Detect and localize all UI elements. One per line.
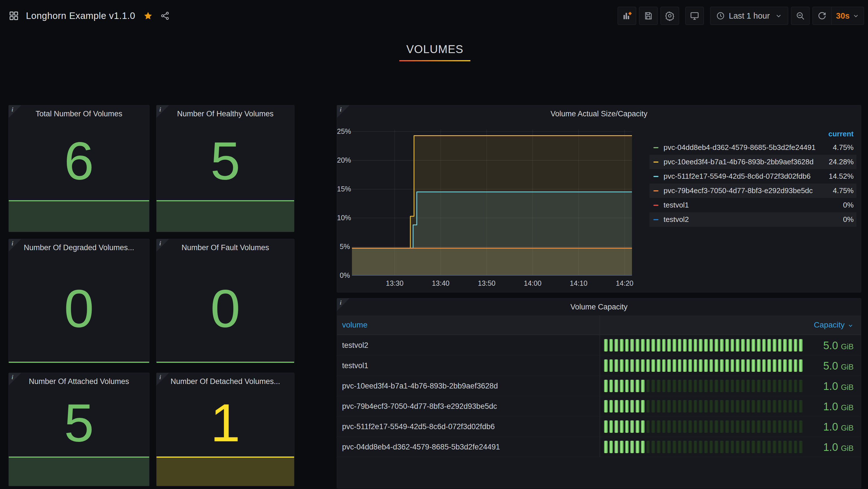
- capacity-number: 1.0: [823, 441, 838, 454]
- table-panel-volume-capacity[interactable]: i Volume Capacity volume Capacity testvo…: [337, 298, 861, 488]
- gauge-cell-lit: [720, 359, 724, 372]
- gauge-cell-dim: [704, 400, 708, 412]
- legend-series-color-dash[interactable]: [653, 162, 658, 163]
- dashboard-title[interactable]: Longhorn Example v1.1.0: [26, 10, 135, 21]
- panel-title[interactable]: Number Of Healthy Volumes: [156, 105, 294, 122]
- legend-series-color-dash[interactable]: [653, 147, 658, 148]
- panel-info-corner[interactable]: [9, 239, 21, 252]
- column-header-volume[interactable]: volume: [342, 315, 367, 335]
- time-range-picker[interactable]: Last 1 hour: [710, 7, 788, 25]
- gauge-cell-lit: [630, 339, 634, 351]
- dashboard-settings-button[interactable]: [660, 7, 679, 25]
- gauge-cell-dim: [751, 421, 755, 433]
- legend-series-row: testvol20%: [649, 212, 857, 227]
- gauge-cell-lit: [720, 339, 724, 351]
- legend-series-name[interactable]: testvol1: [663, 201, 689, 209]
- gauge-cell-lit: [610, 400, 613, 412]
- gauge-cell-dim: [699, 421, 703, 433]
- volume-name-cell: pvc-04dd8eb4-d362-4579-8685-5b3d2fe24491: [342, 437, 500, 457]
- panel-info-corner[interactable]: [156, 373, 169, 385]
- panel-title[interactable]: Number Of Degraded Volumes...: [9, 239, 149, 256]
- gauge-cell-dim: [657, 400, 660, 412]
- volume-name-cell: testvol1: [342, 355, 368, 376]
- legend-series-row: pvc-10eed3f4-b7a1-4b76-893b-2bb9aef3628d…: [649, 155, 857, 169]
- gauge-cell-dim: [757, 380, 761, 392]
- gauge-cell-dim: [688, 441, 692, 453]
- legend-series-color-dash[interactable]: [653, 219, 658, 220]
- stat-panel-fault-volumes[interactable]: i Number Of Fault Volumes 0: [156, 239, 294, 363]
- gauge-cell-lit: [641, 359, 645, 372]
- gauge-cell-lit: [767, 339, 771, 351]
- panel-info-corner[interactable]: [337, 298, 349, 311]
- cycle-view-mode-button[interactable]: [685, 7, 704, 25]
- capacity-unit: GiB: [841, 444, 854, 453]
- save-dashboard-button[interactable]: [639, 7, 658, 25]
- column-header-capacity[interactable]: Capacity: [814, 315, 854, 335]
- volume-name-cell: pvc-10eed3f4-b7a1-4b76-893b-2bb9aef3628d: [342, 376, 498, 396]
- panel-info-corner[interactable]: [9, 105, 21, 118]
- capacity-unit: GiB: [841, 363, 854, 372]
- stat-panel-attached-volumes[interactable]: i Number Of Attached Volumes 5: [8, 373, 150, 486]
- refresh-button[interactable]: [813, 7, 831, 25]
- gauge-cell-dim: [688, 380, 692, 392]
- legend-series-name[interactable]: pvc-04dd8eb4-d362-4579-8685-5b3d2fe24491: [663, 143, 815, 152]
- stat-panel-healthy-volumes[interactable]: i Number Of Healthy Volumes 5: [156, 105, 294, 232]
- gauge-cell-dim: [662, 441, 666, 453]
- legend-current-column-header[interactable]: current: [649, 127, 857, 140]
- gauge-cell-lit: [688, 339, 692, 351]
- gauge-cell-lit: [630, 441, 634, 453]
- gauge-cell-dim: [757, 400, 761, 412]
- apps-grid-icon[interactable]: [8, 10, 19, 21]
- panel-title[interactable]: Total Number Of Volumes: [9, 105, 149, 122]
- legend-series-name[interactable]: pvc-79b4ecf3-7050-4d77-8bf3-e292d93be5dc: [663, 186, 813, 195]
- favorite-star-icon[interactable]: [143, 11, 153, 21]
- gauge-cell-dim: [704, 421, 708, 433]
- gauge-cell-dim: [746, 400, 750, 412]
- stat-panel-degraded-volumes[interactable]: i Number Of Degraded Volumes... 0: [8, 239, 150, 363]
- gauge-cell-lit: [715, 359, 718, 372]
- gauge-cell-dim: [762, 421, 766, 433]
- zoom-out-time-button[interactable]: [791, 7, 810, 25]
- legend-series-color-dash[interactable]: [653, 176, 658, 177]
- panel-title[interactable]: Number Of Fault Volumes: [156, 239, 294, 256]
- panel-title[interactable]: Volume Capacity: [337, 298, 861, 315]
- capacity-lcd-gauge: [604, 400, 803, 412]
- gauge-cell-dim: [762, 380, 766, 392]
- add-panel-button[interactable]: [618, 7, 636, 25]
- stat-value: 5: [9, 389, 149, 457]
- table-row: pvc-511f2e17-5549-42d5-8c6d-072f3d02fdb6…: [337, 416, 861, 437]
- legend-series-name[interactable]: pvc-10eed3f4-b7a1-4b76-893b-2bb9aef3628d: [663, 157, 813, 166]
- gauge-cell-dim: [720, 421, 724, 433]
- panel-info-corner[interactable]: [156, 105, 169, 118]
- gauge-cell-dim: [678, 441, 682, 453]
- gauge-cell-dim: [778, 400, 782, 412]
- legend-series-name[interactable]: pvc-511f2e17-5549-42d5-8c6d-072f3d02fdb6: [663, 172, 810, 181]
- gauge-cell-dim: [710, 421, 713, 433]
- gauge-cell-dim: [736, 400, 739, 412]
- gauge-cell-dim: [673, 380, 676, 392]
- stat-sparkline-fill: [156, 200, 294, 232]
- share-icon[interactable]: [160, 11, 170, 21]
- stat-panel-total-volumes[interactable]: i Total Number Of Volumes 6: [8, 105, 150, 232]
- gauge-cell-lit: [683, 359, 687, 372]
- gauge-cell-dim: [662, 421, 666, 433]
- gauge-cell-dim: [788, 441, 792, 453]
- gauge-cell-lit: [610, 380, 613, 392]
- legend-series-name[interactable]: testvol2: [663, 215, 689, 224]
- gauge-cell-lit: [662, 339, 666, 351]
- refresh-interval-picker[interactable]: 30s: [832, 7, 864, 25]
- stat-panel-detached-volumes[interactable]: i Number Of Detached Volumes... 1: [156, 373, 294, 486]
- panel-info-corner[interactable]: [156, 239, 169, 252]
- info-icon: i: [11, 106, 13, 113]
- graph-panel-volume-actual-size[interactable]: i Volume Actual Size/Capacity 0%5%10%15%…: [337, 105, 861, 292]
- panel-title[interactable]: Number Of Detached Volumes...: [156, 373, 294, 390]
- panel-title[interactable]: Number Of Attached Volumes: [9, 373, 149, 390]
- legend-series-color-dash[interactable]: [653, 190, 658, 192]
- gauge-cell-dim: [667, 421, 671, 433]
- gauge-cell-dim: [657, 380, 660, 392]
- x-axis-tick-label: 14:00: [517, 279, 548, 287]
- panel-info-corner[interactable]: [9, 373, 21, 385]
- gauge-cell-dim: [783, 441, 787, 453]
- gauge-cell-lit: [746, 359, 750, 372]
- legend-series-color-dash[interactable]: [653, 205, 658, 206]
